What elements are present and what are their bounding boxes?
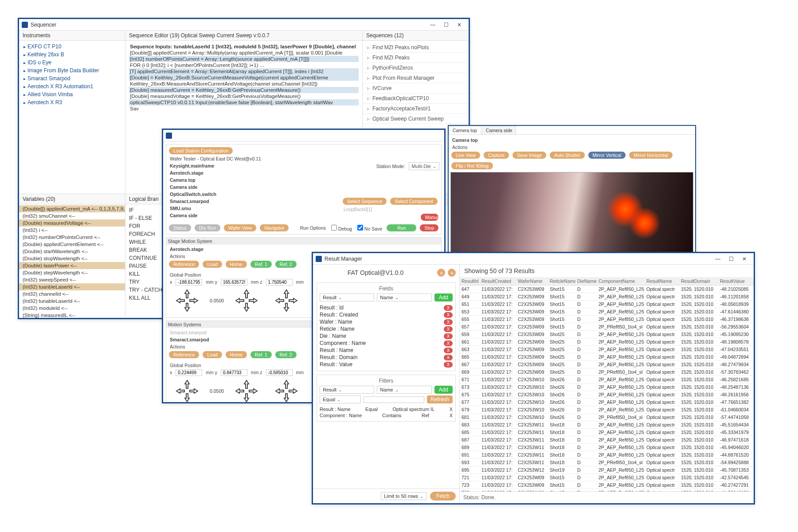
navigator-button[interactable]: Navigator xyxy=(260,224,289,231)
column-header[interactable]: ResultCreated xyxy=(480,277,516,286)
action-button[interactable]: Load xyxy=(203,351,222,358)
variable-row[interactable]: (Int32) smuChannel <-- xyxy=(19,212,125,219)
results-table-header[interactable]: ResultIdResultCreatedWaferNameReticleNam… xyxy=(460,277,754,286)
station-device[interactable]: Camera side xyxy=(168,184,339,191)
camera-action-button[interactable]: Auto Shutter xyxy=(550,152,584,159)
code-line[interactable]: [T] appliedCurrentElement = Array::Eleme… xyxy=(129,68,359,74)
table-row[interactable]: 67311/03/2022 17:C2X253W10Shot26D2P_AEP_… xyxy=(460,383,754,391)
remove-field-button[interactable]: X xyxy=(444,340,453,346)
code-line[interactable]: Sav xyxy=(129,106,359,112)
action-button[interactable]: Home xyxy=(226,261,247,268)
variable-row[interactable]: (Double[]) appliedCurrent_mA <-- 0,1,3,5… xyxy=(19,205,125,212)
table-row[interactable]: 69111/03/2022 17:C2X253W11Shot18D2P_AEP_… xyxy=(460,451,754,459)
camera-action-button[interactable]: Flip / Rot 90deg xyxy=(451,162,493,169)
run-button[interactable]: Run xyxy=(387,224,416,231)
table-row[interactable]: 66911/03/2022 17:C2X253W09Shot25D2P_PRef… xyxy=(460,368,754,376)
stage-y-input[interactable] xyxy=(221,279,247,286)
sequence-item[interactable]: FeedbackOpticalCTP10 xyxy=(363,94,469,104)
sequence-item[interactable]: IVCurve xyxy=(363,83,469,94)
camera-action-button[interactable]: Save Image xyxy=(512,152,546,159)
filters-add-button[interactable]: Add xyxy=(434,386,453,394)
table-row[interactable]: 68711/03/2022 17:C2X253W11Shot18D2P_AEP_… xyxy=(460,436,754,444)
variable-row[interactable]: (Double) startWavelength <-- xyxy=(19,248,125,255)
code-line[interactable]: Sequence Inputs: tunableLaserId 1 [Int32… xyxy=(129,43,359,50)
remove-field-button[interactable]: X xyxy=(444,362,453,368)
column-header[interactable]: ResultValue xyxy=(718,277,754,286)
xy-jog-pad[interactable] xyxy=(271,378,302,402)
column-header[interactable]: WaferName xyxy=(516,277,548,286)
station-device[interactable]: Camera side xyxy=(168,212,339,219)
action-button[interactable]: Reference xyxy=(169,261,199,268)
table-row[interactable]: 68111/03/2022 17:C2X253W10Shot26D2P_PRef… xyxy=(460,414,754,421)
action-button[interactable]: Ref. 2 xyxy=(275,351,297,358)
station-device[interactable]: Camera top xyxy=(168,176,339,184)
variable-row[interactable]: (Int32) tuanbleLaserId <-- xyxy=(19,283,125,290)
fields-add-button[interactable]: Add xyxy=(434,293,453,301)
station-device[interactable]: Smaract.smarpod xyxy=(168,198,339,205)
table-row[interactable]: 67711/03/2022 17:C2X253W10Shot26D2P_AEP_… xyxy=(460,399,754,406)
code-line[interactable]: [Double] measuredCurrent = Keithley_26xx… xyxy=(129,87,359,93)
instrument-item[interactable]: Smaract Smarpod xyxy=(19,74,125,82)
action-button[interactable]: Ref. 1 xyxy=(250,351,272,358)
table-row[interactable]: 67911/03/2022 17:C2X253W10Shot26D2P_AEP_… xyxy=(460,406,754,414)
table-row[interactable]: 69311/03/2022 17:C2X253W11Shot18D2P_PRef… xyxy=(460,459,754,466)
xy-jog-pad[interactable] xyxy=(172,287,203,314)
close-button[interactable]: ✕ xyxy=(738,254,751,263)
remove-field-button[interactable]: X xyxy=(444,333,453,339)
xy-jog-pad[interactable] xyxy=(172,378,203,402)
station-device[interactable]: OpticalSwitch.switch xyxy=(168,191,339,198)
collapse-down-button[interactable]: ∨ xyxy=(448,269,456,277)
column-header[interactable]: ResultDomain xyxy=(679,277,718,286)
instrument-item[interactable]: Aerotech X R3 Automation1 xyxy=(19,82,125,90)
remove-field-button[interactable]: X xyxy=(444,305,453,311)
refresh-button[interactable]: Refresh xyxy=(427,395,453,403)
instrument-item[interactable]: Image From Byte Data Builder xyxy=(19,66,125,74)
sequence-item[interactable]: Find MZI Peaks noPlots xyxy=(363,43,469,53)
close-button[interactable]: ✕ xyxy=(453,20,466,29)
instrument-item[interactable]: EXFO CT P10 xyxy=(19,43,125,51)
remove-field-button[interactable]: X xyxy=(444,326,453,332)
station-titlebar[interactable] xyxy=(163,130,444,141)
variable-row[interactable]: (Double) measuredVoltage <-- xyxy=(19,219,125,227)
instrument-item[interactable]: Allied Vision Vimba xyxy=(19,90,125,98)
variable-row[interactable]: (Int32) i <-- xyxy=(19,227,125,234)
sequence-item[interactable]: Optical Sweep Current Sweep xyxy=(363,114,469,124)
table-row[interactable]: 66111/03/2022 17:C2X253W09Shot25D2P_AEP_… xyxy=(460,338,754,346)
column-header[interactable]: ComponentName xyxy=(597,277,645,286)
code-line[interactable]: [Double] measuredVoltage = Keithley_26xx… xyxy=(129,93,359,99)
table-row[interactable]: 65511/03/2022 17:C2X253W09Shot15D2P_AEP_… xyxy=(460,316,754,323)
variable-row[interactable]: (Int32) tunableLaserId <-- xyxy=(19,297,125,305)
sequence-item[interactable]: Find MZI Peaks xyxy=(363,53,469,63)
column-header[interactable]: ReticleName xyxy=(548,277,575,286)
code-line[interactable]: FOR (i 0 [Int32]; i < [numberOfPointsCur… xyxy=(129,62,359,68)
table-row[interactable]: 72111/03/2022 17:C2X253W09Shot15D2P_AEP_… xyxy=(460,474,754,481)
xy-jog-pad[interactable] xyxy=(231,378,262,402)
sequence-item[interactable]: Plot From Result Manager xyxy=(363,73,469,83)
tab-camera-side[interactable]: Camera side xyxy=(482,126,516,134)
remove-field-button[interactable]: X xyxy=(444,355,453,360)
table-row[interactable]: 67511/03/2022 17:C2X253W10Shot26D2P_AEP_… xyxy=(460,391,754,399)
instrument-item[interactable]: IDS u Eye xyxy=(19,59,125,66)
table-row[interactable]: 66511/03/2022 17:C2X253W09Shot25D2P_AEP_… xyxy=(460,353,754,361)
remove-field-button[interactable]: X xyxy=(444,312,453,318)
variable-row[interactable]: (Int32) numberOfPointsCurrent <-- xyxy=(19,234,125,241)
table-row[interactable]: 72311/03/2022 17:C2X253W09Shot15D2P_AEP_… xyxy=(460,481,754,489)
maximize-button[interactable]: ☐ xyxy=(439,20,453,29)
variable-row[interactable]: (Int32) sweepSpeed <-- xyxy=(19,276,125,283)
variable-row[interactable]: (Double) stepWavelength <-- xyxy=(19,269,125,276)
fields-prop-select[interactable]: Name xyxy=(377,293,431,301)
table-row[interactable]: 65911/03/2022 17:C2X253W09Shot25D2P_AEP_… xyxy=(460,331,754,338)
smarpod-y-input[interactable] xyxy=(221,369,247,376)
table-row[interactable]: 64711/03/2022 17:C2X253W09Shot15D2P_AEP_… xyxy=(460,286,754,293)
action-button[interactable]: Ref. 1 xyxy=(250,261,272,268)
smarpod-x-input[interactable] xyxy=(176,369,202,376)
table-row[interactable]: 68511/03/2022 17:C2X253W11Shot18D2P_AEP_… xyxy=(460,429,754,436)
select-sequence-button[interactable]: Select Sequence xyxy=(343,198,387,205)
stage-x-input[interactable] xyxy=(176,279,202,286)
sequence-item[interactable]: FactoryAcceptaceTest#1 xyxy=(363,104,469,114)
smarpod-z-input[interactable] xyxy=(266,369,293,376)
table-row[interactable]: 67111/03/2022 17:C2X253W10Shot26D2P_AEP_… xyxy=(460,376,754,383)
code-line[interactable]: [Double] = Keithley_26xxB:SourceCurrentM… xyxy=(129,74,359,81)
collapse-up-button[interactable]: ∧ xyxy=(437,269,445,277)
manual-button[interactable]: Manual xyxy=(421,214,438,221)
